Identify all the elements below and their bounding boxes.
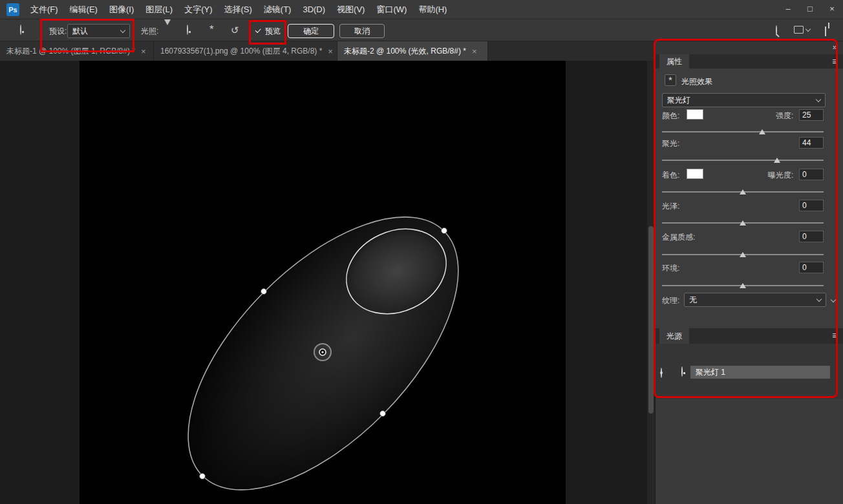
metallic-slider-thumb[interactable] [740,252,746,257]
menu-help[interactable]: 帮助(H) [412,0,453,19]
menubar: 文件(F) 编辑(E) 图像(I) 图层(L) 文字(Y) 选择(S) 滤镜(T… [25,0,453,19]
scrollbar-thumb[interactable] [648,226,654,414]
panel-scroll-down-icon[interactable] [831,297,836,302]
colorize-swatch[interactable] [687,169,703,179]
document-tab-3-active[interactable]: 未标题-2 @ 100% (光效, RGB/8#) * × [337,41,488,61]
infinite-light-icon[interactable]: * [209,25,214,34]
panel-menu-icon[interactable]: ≡ [832,54,838,68]
document-tab-label: 未标题-1 @ 100% (图层 1, RGB/8#) * [6,46,135,57]
effect-title: 光照效果 [681,76,712,87]
light-handle-bottom[interactable] [200,474,206,479]
minimize-button[interactable]: – [777,0,799,19]
menu-image[interactable]: 图像(I) [103,0,140,19]
workspace-switcher-icon[interactable] [794,26,810,34]
color-label: 颜色: [662,110,679,121]
hotspot-value-field[interactable]: 44 [799,137,824,149]
lighting-effects-icon: * [665,74,676,86]
point-light-icon[interactable] [187,25,188,34]
menu-select[interactable]: 选择(S) [218,0,257,19]
light-handle-top[interactable] [442,228,447,234]
tab-properties[interactable]: 属性 [659,54,689,68]
options-bar: 预设: 默认 光照: * ↺ 预览 确定 取消 [0,19,843,41]
close-button[interactable]: × [821,0,843,19]
vertical-scrollbar[interactable] [646,61,655,504]
document-tab-1[interactable]: 未标题-1 @ 100% (图层 1, RGB/8#) * × [0,41,154,61]
document-tab-label: 未标题-2 @ 100% (光效, RGB/8#) * [344,46,466,57]
intensity-slider-thumb[interactable] [759,129,765,134]
reset-lights-icon[interactable]: ↺ [231,25,239,36]
metallic-slider[interactable] [662,251,824,258]
hotspot-slider-thumb[interactable] [774,158,780,163]
preview-label: 预览 [265,26,281,37]
slider-track[interactable] [662,131,824,132]
exposure-slider-thumb[interactable] [740,189,746,194]
panel-dock-header: » [656,41,843,54]
collapse-panels-icon[interactable]: » [833,42,837,52]
texture-select[interactable]: 无 [684,293,826,307]
exposure-label: 曝光度: [768,170,793,181]
exposure-slider[interactable] [662,189,824,195]
tab-close-icon[interactable]: × [328,47,333,56]
hotspot-label: 聚光: [662,138,679,149]
properties-content: * 光照效果 聚光灯 颜色: 强度: 25 聚光: 44 着色: 曝光度: 0 [656,68,843,328]
menu-view[interactable]: 视图(V) [331,0,370,19]
gloss-slider-thumb[interactable] [740,220,746,226]
ambience-label: 环境: [662,263,679,274]
intensity-value-field[interactable]: 25 [799,109,824,121]
intensity-slider[interactable] [662,129,824,135]
menu-window[interactable]: 窗口(W) [370,0,412,19]
preset-select[interactable]: 默认 [67,24,130,38]
light-color-swatch[interactable] [687,109,703,120]
window-controls: – □ × [777,0,843,19]
preset-value: 默认 [72,26,88,37]
search-icon[interactable] [776,26,777,35]
document-tabbar: 未标题-1 @ 100% (图层 1, RGB/8#) * × 16079335… [0,41,656,61]
lights-label: 光照: [141,26,158,37]
maximize-button[interactable]: □ [799,0,821,19]
light-list-item[interactable]: 聚光灯 1 [690,366,830,379]
texture-value: 无 [689,295,697,306]
document-image[interactable] [80,61,566,504]
share-icon[interactable] [825,26,826,36]
menu-type[interactable]: 文字(Y) [178,0,218,19]
colorize-label: 着色: [662,170,679,181]
lighting-widget-overlay[interactable] [80,61,566,504]
gloss-slider[interactable] [662,220,824,226]
menu-filter[interactable]: 滤镜(T) [258,0,297,19]
tab-close-icon[interactable]: × [141,47,146,56]
tab-close-icon[interactable]: × [472,47,477,56]
light-type-select[interactable]: 聚光灯 [662,93,826,107]
light-center-widget[interactable] [314,344,331,361]
hotspot-slider[interactable] [662,157,824,163]
document-tab-2[interactable]: 1607933567(1).png @ 100% (图层 4, RGB/8) *… [154,41,337,61]
ambience-value-field[interactable]: 0 [799,262,824,273]
ok-button[interactable]: 确定 [288,24,334,38]
metallic-value-field[interactable]: 0 [799,231,824,242]
ambience-slider[interactable] [662,282,824,289]
spot-light-icon[interactable] [164,25,171,34]
gloss-value-field[interactable]: 0 [799,200,824,211]
visibility-eye-icon[interactable] [661,368,662,377]
spotlight-boundary-ellipse[interactable] [142,171,504,504]
slider-track[interactable] [662,160,824,161]
light-type-value: 聚光灯 [667,95,690,106]
exposure-value-field[interactable]: 0 [799,169,824,180]
cancel-button[interactable]: 取消 [339,24,385,38]
menu-layer[interactable]: 图层(L) [140,0,178,19]
menu-edit[interactable]: 编辑(E) [64,0,103,19]
lights-menu-icon[interactable]: ≡ [832,328,838,342]
light-handle-right[interactable] [380,411,386,417]
chevron-down-icon [816,296,822,301]
tab-lights[interactable]: 光源 [659,328,689,344]
ambience-slider-thumb[interactable] [740,283,746,288]
light-handle-left[interactable] [261,289,267,295]
canvas-area [0,61,656,504]
menu-file[interactable]: 文件(F) [25,0,64,19]
preset-label: 预设: [49,26,67,37]
gloss-label: 光泽: [662,201,679,212]
lights-panel-header: 光源 ≡ [656,328,843,344]
lighting-tool-icon [20,25,21,34]
menu-3d[interactable]: 3D(D) [297,0,331,19]
lights-list: 聚光灯 1 [656,344,843,399]
metallic-label: 金属质感: [662,232,695,243]
